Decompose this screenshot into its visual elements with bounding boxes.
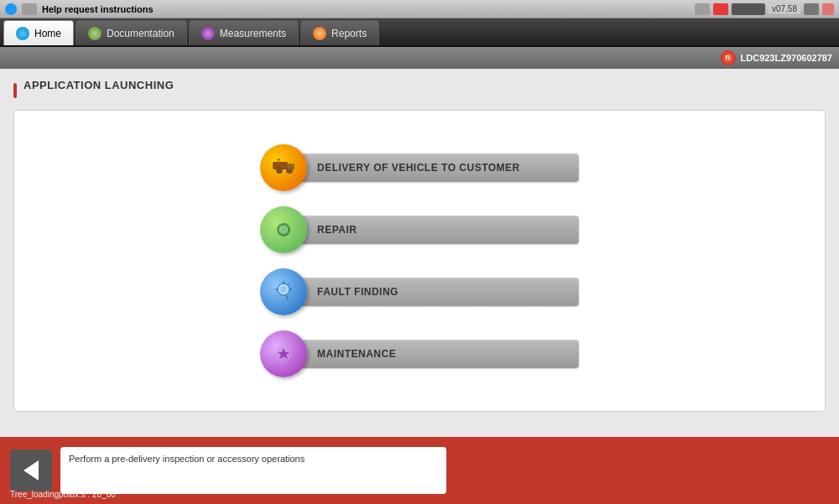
- menu-item-fault[interactable]: FAULT FINDING: [260, 268, 579, 315]
- title-accent: [13, 83, 17, 98]
- info-text-box: Perform a pre-delivery inspection or acc…: [60, 447, 446, 494]
- svg-line-13: [286, 295, 288, 299]
- nav-back-icon[interactable]: [695, 3, 710, 15]
- tab-reports-label: Reports: [331, 28, 367, 39]
- delivery-icon: [260, 144, 307, 191]
- stop-icon[interactable]: [713, 3, 728, 15]
- title-bar-controls: v07.58: [695, 3, 834, 15]
- fault-label: FAULT FINDING: [300, 278, 579, 306]
- main-content: APPLICATION LAUNCHING: [0, 69, 839, 437]
- app-card: DELIVERY OF VEHICLE TO CUSTOMER REPAIR: [13, 110, 826, 412]
- menu-items-list: DELIVERY OF VEHICLE TO CUSTOMER REPAIR: [31, 127, 808, 394]
- tab-measurements[interactable]: Measurements: [189, 20, 299, 45]
- vehicle-id: LDC923LZ970602787: [741, 53, 832, 63]
- menu-item-delivery[interactable]: DELIVERY OF VEHICLE TO CUSTOMER: [260, 144, 579, 191]
- svg-line-12: [288, 283, 289, 285]
- maintenance-label: MAINTENANCE: [300, 340, 579, 368]
- maint-svg: [271, 341, 296, 366]
- vehicle-icon: R: [721, 50, 736, 65]
- reports-icon: [313, 27, 326, 40]
- menu-item-repair[interactable]: REPAIR: [260, 206, 579, 253]
- repair-svg: [271, 217, 296, 242]
- delivery-label: DELIVERY OF VEHICLE TO CUSTOMER: [300, 153, 579, 182]
- speaker-icon[interactable]: [804, 3, 819, 15]
- tab-documentation-label: Documentation: [107, 28, 175, 39]
- back-button[interactable]: [10, 449, 52, 491]
- nav-bar: Home Documentation Measurements Reports: [0, 18, 839, 47]
- svg-marker-3: [288, 164, 294, 169]
- volume-control[interactable]: [732, 3, 765, 15]
- doc-icon: [88, 27, 102, 40]
- tab-measurements-label: Measurements: [220, 28, 286, 39]
- repair-label: REPAIR: [300, 216, 579, 244]
- tab-reports[interactable]: Reports: [300, 20, 379, 45]
- home-icon: [16, 27, 29, 40]
- info-icon: [5, 3, 17, 15]
- close-button[interactable]: [822, 3, 834, 15]
- version-label: v07.58: [769, 4, 800, 13]
- vehicle-bar: R LDC923LZ970602787: [0, 47, 839, 69]
- maintenance-icon: [260, 330, 307, 377]
- delivery-svg: [271, 155, 296, 180]
- bottom-bar: Perform a pre-delivery inspection or acc…: [0, 437, 839, 504]
- repair-icon: [260, 206, 307, 253]
- tab-home-label: Home: [34, 28, 61, 39]
- fault-icon: [260, 268, 307, 315]
- back-arrow-icon: [23, 460, 39, 481]
- tab-documentation[interactable]: Documentation: [76, 20, 187, 45]
- menu-item-maintenance[interactable]: MAINTENANCE: [260, 330, 579, 377]
- fault-svg: [271, 279, 296, 304]
- measurements-icon: [201, 27, 215, 40]
- svg-rect-2: [273, 162, 288, 169]
- back-icon[interactable]: [22, 3, 37, 15]
- title-bar: Help request instructions v07.58: [0, 0, 839, 18]
- svg-point-8: [280, 286, 287, 293]
- title-bar-text: Help request instructions: [42, 4, 690, 14]
- footer-code: Tree_loadingpolux.s : 26_00: [10, 490, 116, 499]
- info-text: Perform a pre-delivery inspection or acc…: [69, 454, 305, 464]
- section-title: APPLICATION LAUNCHING: [23, 79, 174, 91]
- section-title-row: APPLICATION LAUNCHING: [13, 79, 826, 101]
- tab-home[interactable]: Home: [3, 20, 74, 45]
